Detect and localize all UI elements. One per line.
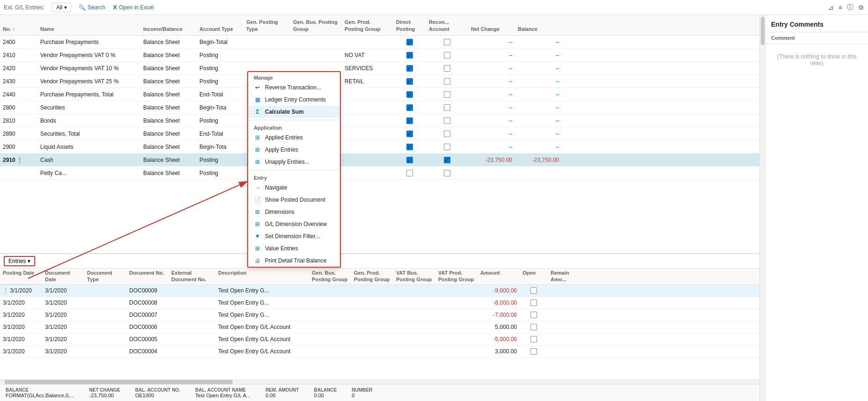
menu-item-calculate-sum[interactable]: Σ Calculate Sum: [248, 106, 340, 118]
menu-item-gl-dimension[interactable]: ⊞ G/L Dimension Overview: [248, 218, 340, 230]
table-row[interactable]: 2400 Purchase Prepayments Balance Sheet …: [0, 36, 759, 49]
cell-name: Vendor Prepayments VAT 10 %: [37, 64, 140, 73]
checkbox[interactable]: ✓: [406, 157, 413, 163]
open-checkbox[interactable]: [530, 287, 537, 294]
open-checkbox[interactable]: [530, 348, 537, 355]
entries-row[interactable]: 3/1/2020 3/1/2020 DOC00005 Test Open Ent…: [0, 334, 759, 346]
status-value: 0.00: [265, 393, 299, 398]
col-gen-posting: Gen. Posting Type: [243, 18, 290, 33]
cell-open: [520, 335, 548, 344]
checkbox[interactable]: ✓: [406, 117, 413, 124]
search-button[interactable]: 🔍 Search: [79, 4, 105, 11]
cell-doc-no: DOC00008: [126, 298, 169, 307]
menu-section-application: Application: [248, 122, 340, 131]
entries-button[interactable]: Entries ▾: [4, 256, 35, 266]
menu-item-show-posted[interactable]: 📄 Show Posted Document: [248, 194, 340, 206]
vertical-scrollbar[interactable]: [759, 15, 765, 401]
menu-item-reverse[interactable]: ↩ Reverse Transaction...: [248, 81, 340, 94]
menu-item-unapply-entries[interactable]: ⊞ Unapply Entries...: [248, 156, 340, 168]
menu-item-print-detail[interactable]: 🖨 Print Detail Trial Balance: [248, 255, 340, 267]
checkbox[interactable]: [444, 104, 450, 111]
checkbox[interactable]: [444, 117, 450, 124]
checkbox[interactable]: [444, 65, 450, 72]
checkbox[interactable]: ✓: [406, 91, 413, 98]
checkbox[interactable]: [444, 39, 450, 45]
table-row[interactable]: 2440 Purchase Prepayments, Total Balance…: [0, 88, 759, 101]
entries-row[interactable]: 3/1/2020 3/1/2020 DOC00006 Test Open Ent…: [0, 321, 759, 334]
cell-posting-date: 3/1/2020: [0, 322, 42, 332]
table-row[interactable]: Petty Ca... Balance Sheet Posting: [0, 167, 759, 180]
open-checkbox[interactable]: [530, 324, 537, 330]
open-checkbox[interactable]: [530, 312, 537, 318]
cell-gen-prod: RETAIL: [342, 77, 393, 86]
cell-ext-doc: [169, 314, 215, 316]
status-bar: BALANCE FORMAT(GLAcc.Balance,0,... NET C…: [0, 384, 759, 401]
table-row[interactable]: 2420 Vendor Prepayments VAT 10 % Balance…: [0, 62, 759, 75]
checkbox[interactable]: [444, 91, 450, 98]
menu-item-set-dimension[interactable]: ▼ Set Dimension Filter...: [248, 230, 340, 242]
navigate-icon: →: [254, 184, 261, 191]
checkbox[interactable]: [444, 52, 450, 58]
menu-item-value-entries[interactable]: ⊞ Value Entries: [248, 242, 340, 255]
table-row[interactable]: 2800 Securities Balance Sheet Begin-Tota…: [0, 101, 759, 114]
cell-ext-doc: [169, 338, 215, 341]
menu-item-dimensions[interactable]: ⊞ Dimensions: [248, 206, 340, 218]
cell-direct: ✓: [393, 142, 426, 152]
status-item: BAL. ACCOUNT NAME Test Open Entry G/L A.…: [195, 387, 250, 398]
menu-item-navigate[interactable]: → Navigate: [248, 182, 340, 194]
checkbox[interactable]: ✓: [406, 65, 413, 72]
table-row[interactable]: 2430 Vendor Prepayments VAT 25 % Balance…: [0, 75, 759, 88]
table-row[interactable]: 2810 Bonds Balance Sheet Posting ✓ – –: [0, 114, 759, 127]
cell-open: [520, 298, 548, 307]
menu-item-apply-entries[interactable]: ⊞ Apply Entries: [248, 144, 340, 156]
table-row[interactable]: 2910 ⋮ Cash Balance Sheet Posting ✓ ✓ -2…: [0, 153, 759, 167]
table-row[interactable]: 2410 Vendor Prepayments VAT 0 % Balance …: [0, 49, 759, 62]
settings-icon[interactable]: ⚙: [858, 4, 864, 11]
checkbox[interactable]: [444, 78, 450, 85]
entries-row[interactable]: ⋮ 3/1/2020 3/1/2020 DOC00009 Test Open E…: [0, 285, 759, 297]
checkbox[interactable]: ✓: [406, 131, 413, 137]
menu-item-ledger-comments[interactable]: ▦ Ledger Entry Comments: [248, 94, 340, 106]
checkbox[interactable]: [444, 131, 450, 137]
show-posted-icon: 📄: [254, 196, 261, 204]
cell-account-type: Posting: [197, 116, 243, 125]
menu-item-applied-entries[interactable]: ⊞ Applied Entries: [248, 131, 340, 144]
cell-no: [0, 172, 37, 175]
entries-row[interactable]: 3/1/2020 3/1/2020 DOC00007 Test Open Ent…: [0, 309, 759, 321]
entries-table-body: ⋮ 3/1/2020 3/1/2020 DOC00009 Test Open E…: [0, 285, 759, 379]
checkbox[interactable]: ✓: [406, 104, 413, 111]
table-row[interactable]: 2900 Liquid Assets Balance Sheet Begin-T…: [0, 140, 759, 153]
open-checkbox[interactable]: [530, 336, 537, 343]
checkbox[interactable]: ✓: [406, 52, 413, 58]
cell-gen-bus: [290, 54, 342, 57]
checkbox[interactable]: ✓: [406, 78, 413, 85]
horizontal-scrollbar[interactable]: [0, 379, 759, 384]
checkbox[interactable]: [406, 170, 413, 176]
checkbox[interactable]: [444, 144, 450, 150]
cell-account-type: Posting: [197, 51, 243, 60]
col-account-type: Account Type: [197, 25, 243, 33]
cell-gen-prod: [342, 41, 393, 44]
cell-doc-date: 3/1/2020: [42, 322, 84, 332]
list-icon[interactable]: ≡: [839, 4, 842, 11]
cell-net-change: –: [468, 51, 515, 60]
checkbox[interactable]: [444, 170, 450, 176]
entries-row[interactable]: 3/1/2020 3/1/2020 DOC00008 Test Open Ent…: [0, 297, 759, 309]
checkbox[interactable]: ✓: [406, 144, 413, 150]
cell-direct: [393, 168, 426, 178]
info-icon[interactable]: ⓘ: [847, 3, 853, 12]
cell-vat-prod: [435, 314, 478, 316]
cell-gen-prod: NO VAT: [342, 51, 393, 60]
table-row[interactable]: 2890 Securities, Total Balance Sheet End…: [0, 127, 759, 140]
cell-net-change: –: [468, 90, 515, 99]
filter-icon[interactable]: ⊿: [828, 4, 834, 11]
checkbox[interactable]: ✓: [444, 157, 450, 163]
cell-remain-amount: [548, 338, 585, 341]
excel-button[interactable]: X Open in Excel: [113, 4, 154, 11]
entries-row[interactable]: 3/1/2020 3/1/2020 DOC00004 Test Open Ent…: [0, 346, 759, 358]
open-checkbox[interactable]: [530, 299, 537, 306]
filter-button[interactable]: All ▾: [52, 3, 71, 12]
checkbox[interactable]: ✓: [406, 39, 413, 45]
cell-amount: -9,000.00: [478, 286, 520, 295]
cell-income-balance: Balance Sheet: [140, 51, 197, 60]
